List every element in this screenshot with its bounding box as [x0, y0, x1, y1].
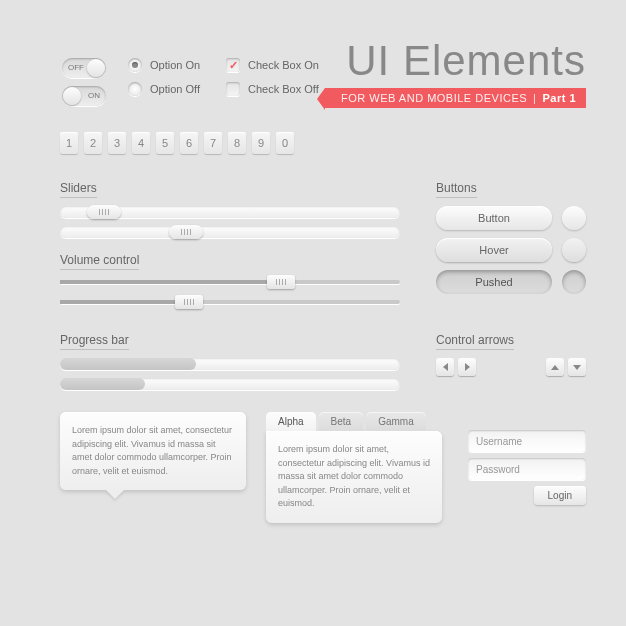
checkbox-off[interactable]: Check Box Off: [226, 82, 319, 96]
checkbox-label: Check Box Off: [248, 83, 319, 95]
tab-body: Lorem ipsum dolor sit amet, consectetur …: [266, 431, 442, 523]
button-hover[interactable]: Hover: [436, 238, 552, 262]
toggle-knob: [63, 87, 81, 105]
arrow-left-button[interactable]: [436, 358, 454, 376]
circle-button-pushed[interactable]: [562, 270, 586, 294]
volume-track[interactable]: [60, 300, 400, 304]
radio-icon: [128, 58, 142, 72]
subtitle: FOR WEB AND MOBILE DEVICES: [341, 92, 527, 104]
circle-button-normal[interactable]: [562, 206, 586, 230]
checkbox-icon: ✓: [226, 58, 240, 72]
chevron-down-icon: [573, 365, 581, 370]
chevron-left-icon: [443, 363, 448, 371]
digit-button[interactable]: 4: [132, 132, 150, 154]
volume-track[interactable]: [60, 280, 400, 284]
section-sliders: Sliders: [60, 181, 97, 198]
progress-bar: [60, 378, 400, 390]
arrow-down-button[interactable]: [568, 358, 586, 376]
digit-button[interactable]: 7: [204, 132, 222, 154]
radio-option-on[interactable]: Option On: [128, 58, 200, 72]
radio-icon: [128, 82, 142, 96]
volume-thumb[interactable]: [267, 275, 295, 289]
part-label: Part 1: [542, 92, 576, 104]
section-volume: Volume control: [60, 253, 139, 270]
tab-beta[interactable]: Beta: [319, 412, 364, 431]
chevron-up-icon: [551, 365, 559, 370]
slider-track[interactable]: [60, 226, 400, 238]
volume-fill: [60, 300, 189, 304]
tab-gamma[interactable]: Gamma: [366, 412, 426, 431]
tooltip: Lorem ipsum dolor sit amet, consectetur …: [60, 412, 246, 490]
slider-track[interactable]: [60, 206, 400, 218]
password-field[interactable]: Password: [468, 458, 586, 480]
digit-button[interactable]: 5: [156, 132, 174, 154]
digit-button[interactable]: 8: [228, 132, 246, 154]
digit-row: 1 2 3 4 5 6 7 8 9 0: [60, 132, 294, 154]
button-pushed[interactable]: Pushed: [436, 270, 552, 294]
digit-button[interactable]: 1: [60, 132, 78, 154]
subtitle-ribbon: FOR WEB AND MOBILE DEVICES | Part 1: [325, 88, 586, 108]
progress-value: [60, 378, 145, 390]
checkbox-icon: [226, 82, 240, 96]
arrow-right-button[interactable]: [458, 358, 476, 376]
digit-button[interactable]: 2: [84, 132, 102, 154]
volume-thumb[interactable]: [175, 295, 203, 309]
radio-label: Option On: [150, 59, 200, 71]
arrow-up-button[interactable]: [546, 358, 564, 376]
section-arrows: Control arrows: [436, 333, 514, 350]
toggle-knob: [87, 59, 105, 77]
digit-button[interactable]: 0: [276, 132, 294, 154]
digit-button[interactable]: 3: [108, 132, 126, 154]
page-title: UI Elements: [325, 40, 586, 82]
checkbox-label: Check Box On: [248, 59, 319, 71]
radio-label: Option Off: [150, 83, 200, 95]
progress-value: [60, 358, 196, 370]
toggle-off[interactable]: OFF ON: [62, 58, 106, 78]
login-button[interactable]: Login: [534, 486, 586, 505]
digit-button[interactable]: 9: [252, 132, 270, 154]
button-normal[interactable]: Button: [436, 206, 552, 230]
slider-thumb[interactable]: [169, 225, 203, 239]
chevron-right-icon: [465, 363, 470, 371]
slider-thumb[interactable]: [87, 205, 121, 219]
volume-fill: [60, 280, 281, 284]
username-field[interactable]: Username: [468, 430, 586, 452]
toggle-on[interactable]: OFF ON: [62, 86, 106, 106]
tab-alpha[interactable]: Alpha: [266, 412, 316, 431]
digit-button[interactable]: 6: [180, 132, 198, 154]
radio-option-off[interactable]: Option Off: [128, 82, 200, 96]
section-progress: Progress bar: [60, 333, 129, 350]
header: UI Elements FOR WEB AND MOBILE DEVICES |…: [325, 40, 586, 108]
circle-button-hover[interactable]: [562, 238, 586, 262]
section-buttons: Buttons: [436, 181, 477, 198]
progress-bar: [60, 358, 400, 370]
checkbox-on[interactable]: ✓ Check Box On: [226, 58, 319, 72]
